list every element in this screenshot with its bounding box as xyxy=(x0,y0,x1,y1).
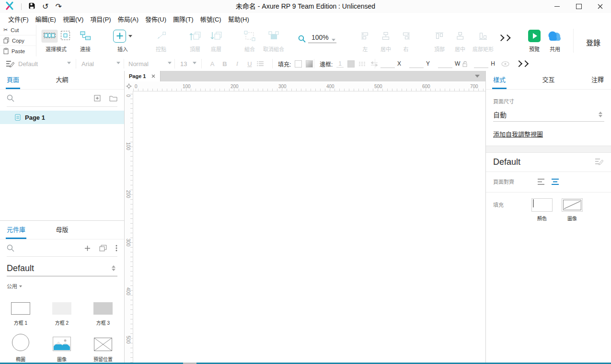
menu-item-arrange[interactable]: 佈局(A) xyxy=(115,14,143,23)
select-contain-icon[interactable] xyxy=(60,30,71,42)
aspect-lock-icon xyxy=(462,61,468,67)
insert-plus-icon[interactable] xyxy=(113,30,126,43)
edit-style-icon[interactable] xyxy=(595,158,604,167)
insert-caret-icon[interactable] xyxy=(128,35,132,39)
select-intersect-icon[interactable] xyxy=(42,30,58,43)
paste-icon xyxy=(3,48,9,54)
tab-libraries[interactable]: 元件庫 xyxy=(7,221,25,239)
font-size-dropdown[interactable]: 13 xyxy=(180,57,187,71)
default-style-row: Default xyxy=(486,153,611,172)
toolbar-overflow[interactable] xyxy=(499,35,510,40)
zoom-caret-icon[interactable] xyxy=(332,39,335,43)
vertical-ruler[interactable]: 0 100 200 300 400 500 xyxy=(125,91,133,363)
image-swatch-icon xyxy=(562,198,583,212)
add-library-icon[interactable] xyxy=(84,245,91,251)
paste-button[interactable]: Paste xyxy=(0,46,36,56)
add-page-icon[interactable] xyxy=(94,95,101,102)
toolbar-insert[interactable]: 插入 xyxy=(113,29,132,53)
style-dropdown-caret-icon[interactable] xyxy=(67,62,71,66)
search-icon[interactable] xyxy=(7,244,14,252)
share-button[interactable]: 共用 xyxy=(546,29,564,53)
tab-style[interactable]: 樣式 xyxy=(493,71,506,89)
widget-box1[interactable]: 方框 1 xyxy=(0,291,41,327)
page-align-center-icon[interactable] xyxy=(551,178,560,185)
preview-button[interactable]: 預覽 xyxy=(528,29,541,53)
add-adaptive-view-link[interactable]: 添加自我調整視圖 xyxy=(493,129,543,138)
border-color-swatch xyxy=(347,60,355,68)
style-edit-icon[interactable] xyxy=(6,57,15,71)
canvas-area[interactable]: Page 1 0 100 200 300 400 500 600 700 0 1… xyxy=(125,71,485,363)
tab-pages[interactable]: 頁面 xyxy=(7,71,19,89)
search-icon[interactable] xyxy=(7,94,14,102)
x-input xyxy=(380,60,395,68)
align-top-label: 頂部 xyxy=(434,45,445,53)
tab-close-icon[interactable] xyxy=(151,74,155,78)
widget-box3[interactable]: 方框 3 xyxy=(82,291,124,327)
default-style-name: Default xyxy=(493,157,520,167)
crosshair-icon xyxy=(126,83,132,89)
toolbar-bring-front: 頂層 xyxy=(189,29,201,53)
fill-label: 填充 xyxy=(493,198,530,222)
zoom-control[interactable]: 100% xyxy=(298,34,335,43)
tab-list-caret-icon[interactable] xyxy=(475,75,480,80)
horizontal-ruler[interactable]: 0 100 200 300 400 500 600 700 xyxy=(133,81,485,91)
w-label: W xyxy=(455,60,460,67)
style-dropdown[interactable]: Default xyxy=(18,57,38,71)
maximize-button[interactable] xyxy=(568,0,589,13)
close-button[interactable] xyxy=(589,0,611,13)
canvas-tab-page1[interactable]: Page 1 xyxy=(125,71,161,81)
page-tree-item[interactable]: Page 1 xyxy=(0,111,124,124)
menu-item-account[interactable]: 帳號(C) xyxy=(198,14,226,23)
menu-item-edit[interactable]: 編輯(E) xyxy=(33,14,60,23)
menu-item-publish[interactable]: 發佈(U) xyxy=(143,14,171,23)
kebab-menu-icon[interactable] xyxy=(115,245,117,251)
tab-outline[interactable]: 大綱 xyxy=(56,71,68,89)
menu-item-file[interactable]: 文件(F) xyxy=(6,14,33,23)
widget-ellipse[interactable]: 橢圓 xyxy=(0,327,41,363)
font-weight-dropdown[interactable]: Normal xyxy=(128,57,149,71)
page-align-left-icon[interactable] xyxy=(537,178,546,185)
font-size-caret-icon[interactable] xyxy=(193,62,196,66)
play-icon xyxy=(528,30,541,42)
login-button[interactable]: 登錄 xyxy=(586,37,600,47)
menu-item-help[interactable]: 幫助(H) xyxy=(226,14,254,23)
section-caret-icon xyxy=(19,285,22,289)
font-family-caret-icon[interactable] xyxy=(116,62,120,66)
tab-interactions[interactable]: 交互 xyxy=(542,71,554,89)
widget-image[interactable]: 圖像 xyxy=(41,327,82,363)
ruler-tick-label: 100 xyxy=(183,84,191,89)
style-overflow-icon[interactable] xyxy=(517,61,528,66)
toolbar-connect[interactable]: 連接 xyxy=(80,29,91,53)
font-weight-caret-icon[interactable] xyxy=(168,62,172,66)
page-size-select[interactable]: 自動 xyxy=(493,108,604,122)
page-item-label: Page 1 xyxy=(25,114,45,121)
library-select-stepper-icon[interactable] xyxy=(112,263,117,273)
add-folder-icon[interactable] xyxy=(109,95,117,102)
widget-box2[interactable]: 方框 2 xyxy=(41,291,82,327)
toolbar-select-mode[interactable]: 選擇模式 xyxy=(42,29,71,53)
fill-color-option[interactable]: 顏色 xyxy=(531,198,553,222)
ruler-origin[interactable] xyxy=(125,81,133,91)
page-size-stepper-icon[interactable] xyxy=(599,110,604,119)
menu-item-view[interactable]: 視圖(V) xyxy=(60,14,88,23)
fill-gradient-swatch xyxy=(306,60,313,68)
minimize-button[interactable] xyxy=(546,0,568,13)
tab-notes[interactable]: 注釋 xyxy=(591,71,604,89)
tab-masters[interactable]: 母版 xyxy=(56,221,68,239)
duplicate-icon[interactable] xyxy=(99,245,107,251)
font-family-dropdown[interactable]: Arial xyxy=(81,57,94,71)
anchor-icon xyxy=(155,31,167,41)
menu-item-team[interactable]: 團隊(T) xyxy=(171,14,198,23)
preview-label: 預覽 xyxy=(529,45,540,53)
menu-item-project[interactable]: 項目(P) xyxy=(88,14,115,23)
align-right-icon xyxy=(401,31,411,41)
copy-button[interactable]: Copy xyxy=(0,35,36,46)
canvas-tab-label: Page 1 xyxy=(129,73,146,79)
menu-bar: 文件(F) 編輯(E) 視圖(V) 項目(P) 佈局(A) 發佈(U) 團隊(T… xyxy=(0,13,611,25)
library-select[interactable]: Default xyxy=(7,261,117,276)
section-gap xyxy=(486,146,611,153)
fill-image-option[interactable]: 圖像 xyxy=(562,198,583,222)
widget-placeholder[interactable]: 預留位置 xyxy=(82,327,124,363)
cut-button[interactable]: ✂ Cut xyxy=(0,25,36,35)
library-section-header[interactable]: 公用 xyxy=(7,282,124,290)
